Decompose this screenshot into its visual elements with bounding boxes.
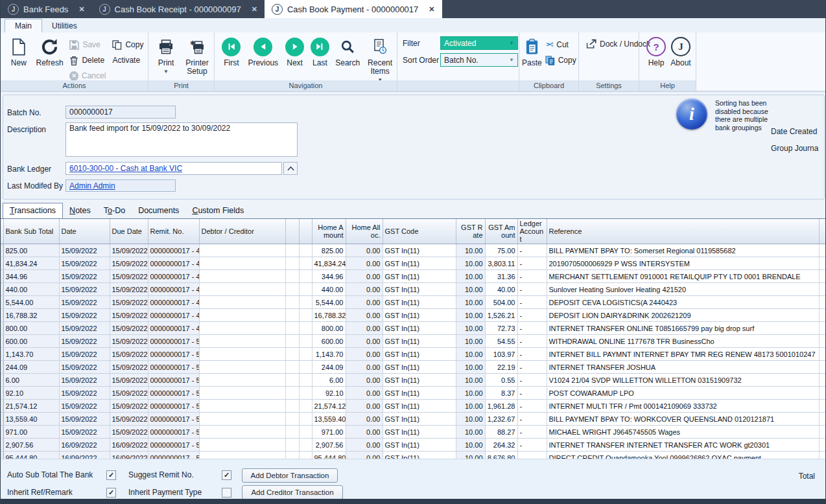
table-row[interactable]: 21,574.1215/09/202215/09/20220000000017 … [1,400,826,413]
grid-cell-date[interactable]: 15/09/2022 [59,296,110,309]
grid-cell-c2[interactable] [299,426,312,439]
close-tab-icon[interactable]: ✕ [78,5,84,14]
grid-cell-amount[interactable]: 92.10 [312,387,346,400]
grid-cell-amount[interactable]: 600.00 [312,335,346,348]
grid-cell-gstrate[interactable]: 10.00 [456,257,485,270]
grid-cell-c1[interactable] [285,244,299,257]
grid-cell-ledger[interactable]: - [517,400,547,413]
grid-cell-gstcode[interactable]: GST In(11) [383,283,456,296]
grid-cell-c2[interactable] [299,270,312,283]
grid-cell-gstcode[interactable]: GST In(11) [383,361,456,374]
table-row[interactable]: 92.1015/09/202215/09/20220000000017 - 59… [1,387,826,400]
grid-cell-ref[interactable]: DEPOSIT LION DAIRY&DRINK 2002621209 [547,309,819,322]
grid-cell-sub[interactable]: 825.00 [3,244,59,257]
save-button[interactable]: Save [66,37,109,52]
delete-button[interactable]: Delete [66,52,109,68]
grid-cell-remit[interactable]: 0000000017 - 5 [148,348,199,361]
table-row[interactable]: 344.9615/09/202215/09/20220000000017 - 4… [1,270,826,283]
grid-cell-gstamt[interactable]: 40.00 [485,283,517,296]
grid-cell-c2[interactable] [299,244,312,257]
grid-cell-gstcode[interactable]: GST In(11) [383,400,456,413]
grid-cell-c1[interactable] [285,270,299,283]
grid-cell-gstrate[interactable]: 10.00 [456,387,485,400]
grid-cell-amount[interactable]: 41,834.24 [312,257,346,270]
grid-cell-date[interactable]: 15/09/2022 [59,374,110,387]
grid-cell-remit[interactable]: 0000000017 - 5 [148,400,199,413]
grid-cell-ledger[interactable]: - [517,439,547,452]
grid-cell-date[interactable]: 16/09/2022 [59,439,110,452]
grid-cell-debtor[interactable] [199,439,285,452]
grid-cell-amount[interactable]: 1,143.70 [312,348,346,361]
grid-cell-remit[interactable]: 0000000017 - 4 [148,257,199,270]
grid-cell-due[interactable]: 15/09/2022 [110,413,148,426]
grid-cell-ledger[interactable]: - [517,257,547,270]
grid-cell-due[interactable]: 15/09/2022 [110,270,148,283]
search-button[interactable]: Search [332,32,363,67]
grid-cell-gstcode[interactable]: GST In(11) [383,387,456,400]
grid-cell-c3[interactable] [819,296,826,309]
grid-cell-gstcode[interactable]: GST In(11) [383,309,456,322]
grid-cell-c3[interactable] [819,309,826,322]
grid-cell-due[interactable]: 15/09/2022 [110,348,148,361]
grid-cell-debtor[interactable] [199,400,285,413]
grid-cell-ledger[interactable]: - [517,348,547,361]
grid-cell-remit[interactable]: 0000000017 - 5 [148,426,199,439]
grid-cell-gstamt[interactable]: 103.97 [485,348,517,361]
grid-cell-gstamt[interactable]: 264.32 [485,439,517,452]
help-button[interactable]: ? Help [644,32,668,67]
grid-cell-ref[interactable]: 2019070500006929 P WSS INTERSYSTEM [547,257,819,270]
grid-cell-c3[interactable] [819,374,826,387]
grid-cell-amount[interactable]: 6.00 [312,374,346,387]
grid-cell-sub[interactable]: 440.00 [3,283,59,296]
grid-cell-gstrate[interactable]: 10.00 [456,374,485,387]
grid-cell-debtor[interactable] [199,335,285,348]
grid-cell-date[interactable]: 15/09/2022 [59,283,110,296]
ribbon-tab-utilities[interactable]: Utilities [42,19,87,32]
grid-cell-c1[interactable] [285,283,299,296]
grid-cell-c3[interactable] [819,244,826,257]
grid-cell-debtor[interactable] [199,374,285,387]
grid-cell-date[interactable]: 15/09/2022 [59,270,110,283]
last-modified-by-link[interactable]: Admin Admin [69,181,115,190]
grid-cell-sub[interactable]: 971.00 [3,426,59,439]
grid-cell-ref[interactable]: DEPOSIT CEVA LOGISTICS(A 2440423 [547,296,819,309]
grid-cell-c2[interactable] [299,322,312,335]
grid-cell-due[interactable]: 15/09/2022 [110,400,148,413]
grid-cell-gstrate[interactable]: 10.00 [456,309,485,322]
grid-cell-gstcode[interactable]: GST In(11) [383,257,456,270]
sort-order-dropdown[interactable]: Batch No. ▼ [440,53,518,67]
grid-cell-sub[interactable]: 92.10 [3,387,59,400]
grid-cell-due[interactable]: 15/09/2022 [110,335,148,348]
grid-cell-c3[interactable] [819,361,826,374]
grid-cell-amount[interactable]: 344.96 [312,270,346,283]
grid-cell-gstamt[interactable]: 0.55 [485,374,517,387]
grid-cell-c3[interactable] [819,322,826,335]
grid-cell-ledger[interactable]: - [517,283,547,296]
grid-cell-c1[interactable] [285,400,299,413]
print-button[interactable]: Print ▼ [151,32,181,76]
grid-cell-debtor[interactable] [199,426,285,439]
table-row[interactable]: 5,544.0015/09/202215/09/20220000000017 -… [1,296,826,309]
suggest-remit-no-checkbox[interactable]: ✓ [222,470,231,480]
printer-setup-button[interactable]: ✱ Printer Setup [181,32,213,76]
grid-cell-date[interactable]: 15/09/2022 [59,322,110,335]
activate-button[interactable]: Activate [109,52,148,68]
grid-cell-gstcode[interactable]: GST In(11) [383,426,456,439]
grid-cell-ref[interactable]: INTERNET TRANSFER ONLINE T0851665799 pay… [547,322,819,335]
table-row[interactable]: 600.0015/09/202215/09/20220000000017 - 5… [1,335,826,348]
grid-cell-c1[interactable] [285,348,299,361]
grid-cell-due[interactable]: 16/09/2022 [110,439,148,452]
about-button[interactable]: J About [668,32,694,67]
grid-cell-debtor[interactable] [199,283,285,296]
table-row[interactable]: 800.0015/09/202215/09/20220000000017 - 4… [1,322,826,335]
grid-cell-alloc[interactable]: 0.00 [346,374,383,387]
detail-tab-transactions[interactable]: Transactions [3,203,63,218]
grid-cell-gstrate[interactable]: 10.00 [456,348,485,361]
grid-cell-sub[interactable]: 6.00 [3,374,59,387]
grid-cell-c2[interactable] [299,296,312,309]
grid-cell-date[interactable]: 15/09/2022 [59,257,110,270]
next-button[interactable]: Next [282,32,308,67]
grid-cell-ref[interactable]: INTERNET TRANSFER JOSHUA [547,361,819,374]
grid-cell-gstrate[interactable]: 10.00 [456,439,485,452]
grid-cell-debtor[interactable] [199,413,285,426]
